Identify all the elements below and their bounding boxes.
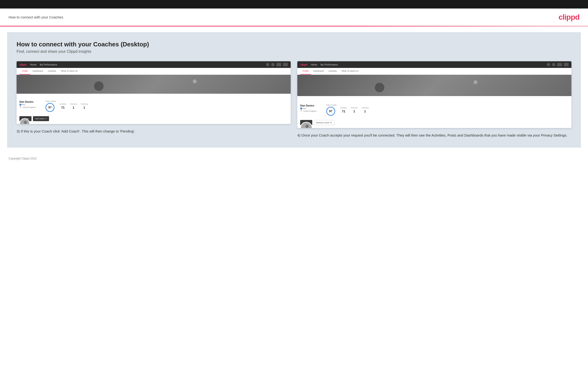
quality-value-1: 97 (48, 106, 52, 109)
activities-label-2: Activities (340, 107, 347, 108)
mock-logo-1: clippd (19, 63, 26, 66)
badge-icon-1 (19, 104, 22, 106)
tab-dashboard-1[interactable]: Dashboard (30, 68, 45, 75)
screenshot-col-1: clippd Home My Performance Profile (17, 61, 291, 138)
description-step4: 4) Once your Coach accepts your request … (297, 133, 571, 138)
tab-whattoworkon-2[interactable]: What To Work On (339, 68, 361, 75)
main-content: How to connect with your Coaches (Deskto… (7, 32, 581, 148)
logo: clippd (559, 13, 579, 22)
followers-label-1: Followers (70, 103, 77, 105)
mock-location-2: 📍 United Kingdom (300, 110, 321, 112)
activities-label-1: Activities (60, 103, 66, 105)
badge-icon-2 (300, 108, 302, 109)
following-value-2: 1 (362, 109, 369, 113)
mock-stat-followers-2: Followers 1 (351, 107, 358, 113)
location-text-2: United Kingdom (303, 110, 317, 112)
user-icon-1[interactable] (271, 63, 275, 66)
mock-location-1: 📍 United Kingdom (19, 106, 41, 108)
mock-stat-following-2: Following 1 (362, 107, 369, 113)
location-text-1: United Kingdom (22, 106, 36, 108)
screenshot-1: clippd Home My Performance Profile (17, 61, 291, 124)
top-bar (0, 0, 588, 8)
settings-icon-1[interactable] (277, 63, 281, 66)
mock-user-name-1: Dan Davies (19, 100, 41, 103)
location-icon-2: 📍 (300, 110, 302, 112)
mock-logo-2: clippd (300, 63, 307, 66)
badge-text-1: Pro (22, 104, 25, 106)
quality-value-2: 97 (329, 109, 332, 113)
activities-value-1: 71 (60, 106, 66, 109)
tab-profile-2[interactable]: Profile (300, 68, 311, 75)
mock-navbar-2: clippd Home My Performance (297, 61, 571, 68)
mock-stat-quality-2: Player Quality 97 (326, 104, 337, 116)
user-icon-2[interactable] (552, 63, 555, 66)
mock-stats-1: Player Quality 97 Activities 71 Follower (45, 100, 288, 112)
mock-tabs-2: Profile Dashboard Activities What To Wor… (297, 68, 571, 75)
svg-point-7 (300, 108, 302, 109)
settings-icon-2[interactable] (557, 63, 562, 66)
mock-user-name-2: Dan Davies (300, 104, 321, 107)
avatar-icon-2[interactable] (564, 63, 569, 66)
tab-dashboard-2[interactable]: Dashboard (311, 68, 326, 75)
mock-navbar-1: clippd Home My Performance (17, 61, 291, 68)
mock-nav-icons-2 (547, 63, 569, 66)
mock-nav-home-1[interactable]: Home (30, 63, 36, 66)
mock-nav-perf-1[interactable]: My Performance (40, 63, 57, 66)
quality-label-2: Player Quality (326, 104, 337, 106)
mock-banner-2 (297, 75, 571, 96)
svg-point-3 (20, 104, 21, 106)
avatar-icon-1[interactable] (283, 63, 288, 66)
mock-profile-info-1: Dan Davies Pro 📍 United Kingdom (17, 94, 291, 115)
followers-value-1: 1 (70, 106, 77, 109)
mock-buttons-2: Unfollow Remove Coach ✕ (297, 118, 571, 128)
x-icon-2: ✕ (330, 121, 332, 124)
header: How to connect with your Coaches clippd (0, 8, 588, 26)
main-subtitle: Find, connect and share your Clippd insi… (17, 50, 571, 54)
following-label-1: Following (81, 103, 88, 105)
banner-overlay-2 (297, 75, 571, 96)
followers-label-2: Followers (351, 107, 358, 108)
mock-stat-quality-1: Player Quality 97 (45, 100, 56, 112)
remove-coach-button-2[interactable]: Remove Coach ✕ (314, 120, 335, 125)
header-divider (0, 26, 588, 26)
following-value-1: 1 (81, 106, 88, 109)
tab-activities-1[interactable]: Activities (45, 68, 59, 75)
screenshot-2: clippd Home My Performance Profile (297, 61, 571, 128)
bottom-bar: Copyright Clippd 2022 (0, 153, 588, 163)
location-icon-1: 📍 (19, 107, 22, 108)
mock-banner-1 (17, 75, 291, 94)
following-label-2: Following (362, 107, 369, 108)
copyright: Copyright Clippd 2022 (9, 157, 37, 160)
add-coach-button-1[interactable]: Add Coach + (33, 116, 49, 121)
tab-profile-1[interactable]: Profile (19, 68, 30, 75)
quality-circle-1: 97 (45, 103, 54, 112)
mock-nav-items-2: Home My Performance (311, 63, 543, 66)
mock-profile-area-2: Dan Davies Pro 📍 United Kingdom (297, 75, 571, 128)
screenshots-row: clippd Home My Performance Profile (17, 61, 571, 138)
screenshot-col-2: clippd Home My Performance Profile (297, 61, 571, 138)
mock-user-details-1: Dan Davies Pro 📍 United Kingdom (19, 100, 41, 108)
mock-user-badge-1: Pro (19, 104, 41, 106)
description-step3: 3) If this is your Coach click 'Add Coac… (17, 129, 291, 134)
avatar-figure-2 (301, 123, 312, 128)
mock-stat-activities-2: Activities 71 (340, 107, 347, 113)
mock-nav-items-1: Home My Performance (30, 63, 262, 66)
badge-text-2: Pro (303, 108, 306, 109)
avatar-figure-1 (20, 119, 29, 124)
mock-buttons-1: Unfollow Add Coach + (17, 115, 291, 124)
search-icon-2[interactable] (547, 63, 550, 66)
search-icon-1[interactable] (266, 63, 269, 66)
mock-stats-2: Player Quality 97 Activities 71 Follower (326, 104, 569, 116)
mock-stat-followers-1: Followers 1 (70, 103, 77, 109)
page-title: How to connect with your Coaches (9, 15, 63, 19)
mock-nav-perf-2[interactable]: My Performance (320, 63, 338, 66)
mock-user-details-2: Dan Davies Pro 📍 United Kingdom (300, 104, 321, 112)
plus-icon-1: + (45, 117, 47, 120)
tab-whattoworkon-1[interactable]: What To Work On (59, 68, 80, 75)
mock-profile-info-2: Dan Davies Pro 📍 United Kingdom (297, 96, 571, 118)
tab-activities-2[interactable]: Activities (326, 68, 339, 75)
svg-point-1 (24, 121, 27, 124)
mock-stat-activities-1: Activities 71 (60, 103, 66, 109)
main-title: How to connect with your Coaches (Deskto… (17, 41, 571, 48)
mock-nav-home-2[interactable]: Home (311, 63, 317, 66)
